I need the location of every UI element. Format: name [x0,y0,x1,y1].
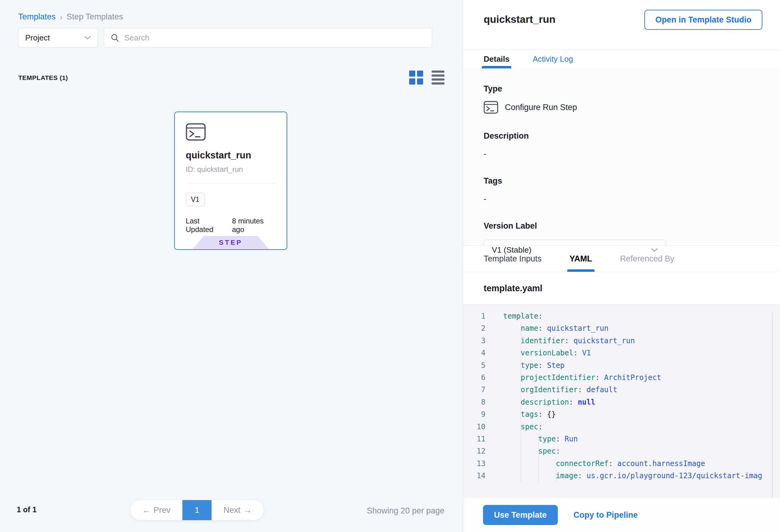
editor-scrollbar[interactable] [772,312,772,498]
indent-guide [538,433,539,482]
tab-activity-log[interactable]: Activity Log [533,50,573,68]
tab-details[interactable]: Details [484,50,509,68]
tags-value: - [484,194,780,204]
last-updated-row: Last Updated 8 minutes ago [186,217,276,234]
search-box [104,28,432,47]
yaml-code-line: 1template: [463,310,780,322]
yaml-file-heading: template.yaml [463,272,780,305]
version-badge: V1 [186,193,205,206]
yaml-code-line: 11 type: Run [463,433,780,445]
template-card-title: quickstart_run [186,150,276,161]
view-toggle [409,70,444,85]
chevron-down-icon [84,36,91,40]
indent-guide [521,322,521,482]
yaml-code-line: 9 tags: {} [463,408,780,421]
yaml-code-line: 14 image: us.gcr.io/playground-123/quick… [463,470,780,482]
yaml-code-line: 6 projectIdentifier: ArchitProject [463,372,780,384]
yaml-tab-bar: Template Inputs YAML Referenced By [463,245,780,272]
tab-template-inputs[interactable]: Template Inputs [484,246,542,272]
yaml-code-line: 13 connectorRef: account.harnessImage [463,457,780,470]
search-icon [110,33,119,42]
details-tab-bar: Details Activity Log [463,49,780,68]
breadcrumb-current: Step Templates [66,12,123,21]
yaml-code-line: 4 versionLabel: V1 [463,347,780,359]
search-input[interactable] [124,33,426,43]
yaml-code-line: 12 spec: [463,445,780,457]
type-value-row: Configure Run Step [484,101,780,114]
last-updated-label: Last Updated [186,217,227,234]
template-card[interactable]: quickstart_run ID: quickstart_run V1 Las… [174,111,287,250]
templates-page: Templates › Step Templates Project TEMPL… [0,0,780,532]
template-details-panel: quickstart_run Open in Template Studio D… [462,0,780,532]
breadcrumb-templates-link[interactable]: Templates [18,12,56,21]
card-divider [186,183,276,184]
active-subtab-underline [567,269,595,272]
yaml-code-line: 10 spec: [463,421,780,433]
details-content: Type Configure Run Step Description - Ta… [463,68,780,245]
template-card-id: ID: quickstart_run [186,165,276,174]
current-page-button[interactable]: 1 [182,500,211,520]
pagination: ← Prev 1 Next → [131,500,263,520]
tab-referenced-by[interactable]: Referenced By [620,246,675,272]
tags-label: Tags [484,176,780,186]
scope-select-value: Project [25,33,50,43]
panel-title: quickstart_run [484,13,555,25]
copy-to-pipeline-link[interactable]: Copy to Pipeline [574,511,638,520]
description-value: - [484,149,780,159]
details-header: quickstart_run Open in Template Studio [463,0,780,49]
per-page-text: Showing 20 per page [367,506,444,516]
use-template-button[interactable]: Use Template [483,505,558,525]
active-tab-underline [482,66,511,68]
filter-row: Project [18,28,432,47]
last-updated-value: 8 minutes ago [232,217,276,234]
prev-page-button[interactable]: ← Prev [131,505,182,515]
scope-select[interactable]: Project [18,28,98,47]
page-summary: 1 of 1 [17,505,37,514]
yaml-code-line: 2 name: quickstart_run [463,322,780,334]
yaml-code-line: 3 identifier: quickstart_run [463,335,780,347]
indent-guide [556,457,556,482]
yaml-code-lines: 1template:2 name: quickstart_run3 identi… [463,310,780,482]
description-label: Description [484,131,780,141]
type-label: Type [484,84,780,94]
yaml-code-line: 8 description: null [463,396,780,408]
grid-view-icon[interactable] [409,70,423,85]
list-view-icon[interactable] [432,70,444,85]
arrow-left-icon: ← [142,505,150,515]
arrow-right-icon: → [243,505,252,515]
run-step-terminal-icon [186,123,206,141]
tab-yaml[interactable]: YAML [570,246,592,272]
type-value: Configure Run Step [505,103,577,112]
run-step-terminal-icon [484,101,498,114]
breadcrumb-chevron-icon: › [60,11,62,22]
version-label-heading: Version Label [484,221,780,231]
templates-list-panel: Templates › Step Templates Project TEMPL… [0,0,462,532]
open-in-template-studio-button[interactable]: Open in Template Studio [644,10,762,30]
yaml-code-line: 7 orgIdentifier: default [463,384,780,396]
step-ribbon: STEP [192,236,269,249]
templates-count-heading: TEMPLATES (1) [18,74,68,82]
yaml-code-line: 5 type: Step [463,359,780,372]
details-footer: Use Template Copy to Pipeline [463,498,780,532]
breadcrumb: Templates › Step Templates [18,12,123,21]
yaml-editor[interactable]: 1template:2 name: quickstart_run3 identi… [463,305,780,498]
next-page-button[interactable]: Next → [211,505,263,515]
